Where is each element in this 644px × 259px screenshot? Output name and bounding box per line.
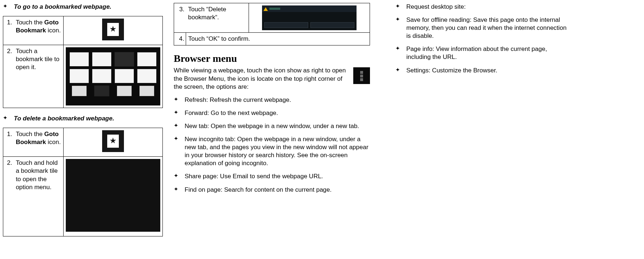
step-text: Touch a bookmark tile to open it.: [13, 45, 63, 108]
heading-delete-bookmark: To delete a bookmarked webpage.: [14, 115, 163, 123]
bullet-icon: ✦: [395, 67, 406, 75]
delete-dialog-screenshot: [262, 5, 357, 30]
menu-item: Refresh: Refresh the current webpage.: [185, 96, 370, 104]
step-text: Touch and hold a bookmark tile to open t…: [13, 157, 63, 236]
bullet-icon: ✦: [174, 96, 185, 104]
step-number: 2.: [3, 45, 14, 108]
context-menu-screenshot: [66, 159, 160, 232]
step-number: 1.: [3, 128, 14, 157]
image-cell: [64, 128, 163, 157]
step-number: 4.: [174, 33, 186, 45]
bullet-icon: ✦: [3, 3, 14, 11]
menu-item: Request desktop site:: [406, 3, 570, 11]
bullet-icon: ✦: [395, 16, 406, 40]
step-text: Touch “Delete bookmark“.: [186, 3, 249, 33]
image-cell: [249, 3, 370, 33]
heading-go-bookmark: To go to a bookmarked webpage.: [14, 3, 163, 11]
image-cell: [64, 45, 163, 108]
menu-item: Page info: View information about the cu…: [406, 45, 570, 61]
bullet-icon: ✦: [3, 115, 14, 123]
step-number: 2.: [3, 157, 14, 236]
image-cell: [64, 157, 163, 236]
goto-bookmark-icon: [102, 19, 124, 40]
goto-bookmark-icon: [102, 130, 124, 152]
step-number: 3.: [174, 3, 186, 33]
bullet-icon: ✦: [174, 109, 185, 117]
menu-item: Forward: Go to the next webpage.: [185, 109, 370, 117]
menu-item: Settings: Customize the Browser.: [406, 67, 570, 75]
step-number: 1.: [3, 16, 14, 45]
bullet-icon: ✦: [174, 172, 185, 180]
heading-browser-menu: Browser menu: [174, 52, 370, 65]
bullet-icon: ✦: [395, 3, 406, 11]
menu-item: Find on page: Search for content on the …: [185, 186, 370, 194]
bullet-icon: ✦: [174, 135, 185, 167]
table-delete-bookmark-cont: 3. Touch “Delete bookmark“. 4. Touch “OK…: [174, 3, 370, 45]
table-delete-bookmark: 1. Touch the Goto Bookmark icon. 2. Touc…: [3, 128, 163, 236]
menu-item: Save for offline reading: Save this page…: [406, 16, 570, 40]
menu-item: New tab: Open the webpage in a new windo…: [185, 122, 370, 130]
step-text: Touch the Goto Bookmark icon.: [13, 16, 63, 45]
browser-menu-intro: While viewing a webpage, touch the icon …: [174, 67, 350, 91]
menu-item: New incognito tab: Open the webpage in a…: [185, 135, 370, 167]
step-text: Touch “OK” to confirm.: [186, 33, 370, 45]
bullet-icon: ✦: [395, 45, 406, 61]
bullet-icon: ✦: [174, 186, 185, 194]
step-text: Touch the Goto Bookmark icon.: [13, 128, 63, 157]
menu-item: Share page: Use Email to send the webpag…: [185, 172, 370, 180]
bookmark-tiles-screenshot: [66, 47, 160, 105]
overflow-menu-icon: [353, 67, 370, 84]
table-go-bookmark: 1. Touch the Goto Bookmark icon. 2. Touc…: [3, 16, 163, 108]
image-cell: [64, 16, 163, 45]
bullet-icon: ✦: [174, 122, 185, 130]
